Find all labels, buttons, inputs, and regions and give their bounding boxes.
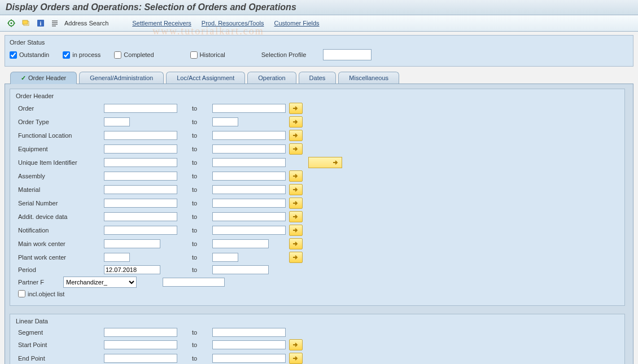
to-label: to	[181, 132, 209, 139]
oh-row: Functional Locationto	[16, 130, 619, 141]
oh-from-input[interactable]	[104, 144, 177, 154]
svg-point-1	[11, 23, 12, 24]
multiple-selection-button[interactable]	[289, 184, 303, 195]
tab-general-admin[interactable]: General/Administration	[79, 72, 164, 84]
oh-label: Main work center	[16, 240, 100, 247]
to-label: to	[181, 227, 209, 234]
multiple-selection-button[interactable]	[289, 211, 303, 222]
customer-fields-button[interactable]: Customer Fields	[270, 19, 322, 28]
oh-from-input[interactable]	[104, 265, 160, 274]
oh-label: Order Type	[16, 119, 100, 125]
oh-label: Unique Item Identifier	[16, 159, 100, 166]
oh-to-input[interactable]	[212, 144, 286, 154]
info-icon[interactable]: i	[35, 17, 46, 29]
partner-select[interactable]: Merchandizer_	[63, 277, 137, 288]
tab-misc[interactable]: Miscellaneous	[338, 72, 399, 84]
linear-data-fieldset: Linear Data SegmenttoStart PointtoEnd Po…	[10, 314, 625, 364]
oh-from-input[interactable]	[104, 104, 177, 113]
oh-to-input[interactable]	[212, 253, 238, 262]
settlement-receivers-button[interactable]: Settlement Receivers	[129, 19, 195, 28]
oh-from-input[interactable]	[104, 172, 177, 181]
ld-from-input[interactable]	[104, 354, 177, 363]
ld-to-input[interactable]	[212, 328, 286, 337]
oh-from-input[interactable]	[104, 239, 160, 248]
oh-from-input[interactable]	[104, 158, 177, 167]
tab-operation[interactable]: Operation	[247, 72, 296, 84]
oh-from-input[interactable]	[104, 212, 177, 221]
oh-from-input[interactable]	[104, 131, 177, 140]
oh-from-input[interactable]	[104, 226, 177, 235]
oh-row: Assemblyto	[16, 170, 619, 182]
oh-row: Equipmentto	[16, 143, 619, 155]
tab-order-header[interactable]: ✓Order Header	[10, 72, 77, 84]
multiple-selection-button[interactable]	[289, 103, 303, 114]
partner-extra-input[interactable]	[163, 278, 225, 287]
oh-row: Notificationto	[16, 225, 619, 236]
partner-row: Partner F Merchandizer_	[16, 277, 619, 288]
page-title: Display Orders and Operations: Selection…	[0, 0, 638, 15]
prt-button[interactable]: Prod. Resources/Tools	[198, 19, 268, 28]
outstanding-checkbox[interactable]: Outstandin	[10, 51, 49, 59]
oh-to-input[interactable]	[212, 172, 286, 181]
to-label: to	[181, 159, 209, 166]
list-icon[interactable]	[50, 17, 60, 29]
oh-to-input[interactable]	[212, 185, 286, 194]
to-label: to	[181, 240, 209, 247]
selection-profile-input[interactable]	[323, 49, 372, 60]
ld-label: Segment	[16, 329, 100, 336]
oh-from-input[interactable]	[104, 185, 177, 194]
multiple-selection-button[interactable]	[289, 143, 303, 155]
tab-content-scroll[interactable]: Order Header OrdertoOrder TypetoFunction…	[10, 89, 628, 364]
oh-to-input[interactable]	[212, 265, 269, 274]
oh-from-input[interactable]	[104, 117, 130, 126]
oh-label: Notification	[16, 227, 100, 234]
oh-to-input[interactable]	[212, 239, 269, 248]
execute-icon[interactable]	[6, 17, 17, 29]
multiple-selection-button[interactable]	[289, 130, 303, 141]
to-label: to	[181, 186, 209, 193]
multiple-selection-button[interactable]	[289, 116, 303, 128]
multiple-selection-button[interactable]	[289, 225, 303, 236]
oh-row: Main work centerto	[16, 238, 619, 249]
oh-from-input[interactable]	[104, 199, 177, 208]
get-variant-icon[interactable]	[20, 17, 32, 29]
oh-to-input[interactable]	[212, 117, 238, 126]
ld-from-input[interactable]	[104, 328, 177, 337]
incl-object-list-checkbox[interactable]: incl.object list	[16, 290, 619, 297]
tab-dates[interactable]: Dates	[299, 72, 337, 84]
oh-to-input[interactable]	[212, 104, 286, 113]
oh-label: Functional Location	[16, 132, 100, 139]
order-header-fieldset: Order Header OrdertoOrder TypetoFunction…	[10, 89, 625, 306]
multiple-selection-button[interactable]	[289, 353, 303, 364]
oh-to-input[interactable]	[212, 226, 286, 235]
oh-label: Order	[16, 105, 100, 112]
oh-to-input[interactable]	[212, 131, 286, 140]
multiple-selection-button[interactable]	[289, 238, 303, 249]
multiple-selection-button[interactable]	[308, 157, 342, 168]
ld-to-input[interactable]	[212, 354, 286, 363]
in-process-checkbox[interactable]: in process	[63, 51, 100, 59]
ld-from-input[interactable]	[104, 340, 177, 349]
multiple-selection-button[interactable]	[289, 252, 303, 263]
multiple-selection-button[interactable]	[289, 339, 303, 350]
oh-row: Order Typeto	[16, 116, 619, 128]
completed-checkbox[interactable]: Completed	[114, 51, 154, 59]
order-header-legend: Order Header	[16, 93, 619, 99]
multiple-selection-button[interactable]	[289, 170, 303, 182]
partner-label: Partner F	[16, 279, 60, 286]
oh-to-input[interactable]	[212, 212, 286, 221]
to-label: to	[181, 146, 209, 152]
oh-to-input[interactable]	[212, 158, 286, 167]
oh-row: Serial Numberto	[16, 198, 619, 209]
oh-from-input[interactable]	[104, 253, 130, 262]
tab-loc-acct[interactable]: Loc/Acct Assignment	[166, 72, 245, 84]
linear-data-legend: Linear Data	[16, 318, 619, 324]
historical-checkbox[interactable]: Historical	[190, 51, 225, 59]
address-search-button[interactable]: Address Search	[61, 19, 112, 28]
ld-to-input[interactable]	[212, 340, 286, 349]
oh-label: Period	[16, 266, 100, 273]
multiple-selection-button[interactable]	[289, 198, 303, 209]
oh-label: Equipment	[16, 146, 100, 152]
to-label: to	[181, 266, 209, 273]
oh-to-input[interactable]	[212, 199, 286, 208]
